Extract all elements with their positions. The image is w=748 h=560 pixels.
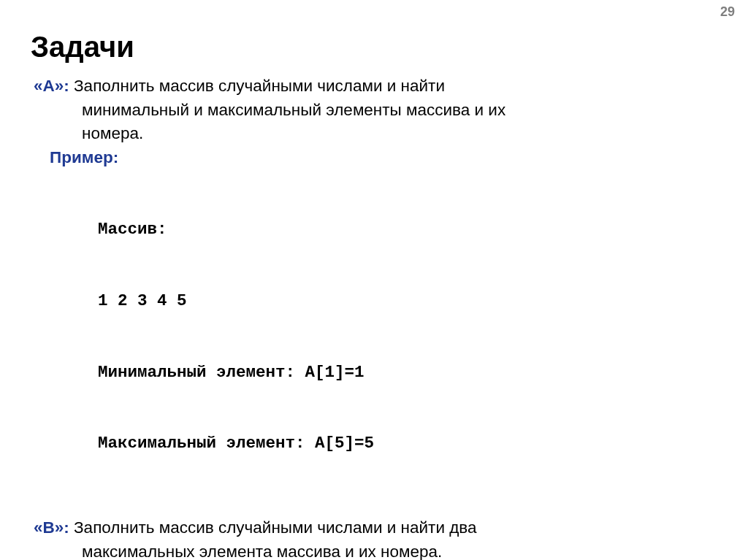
task-a-desc-line1: Заполнить массив случайными числами и на… [69,77,445,95]
task-a-label: «A»: [34,77,69,95]
page-number: 29 [720,4,735,20]
content-area: «A»: Заполнить массив случайными числами… [34,74,714,560]
task-b-description: «B»: Заполнить массив случайными числами… [34,516,714,560]
task-a: «A»: Заполнить массив случайными числами… [34,74,714,503]
task-a-description: «A»: Заполнить массив случайными числами… [34,74,714,146]
task-a-code-line-4: Максимальный элемент: A[5]=5 [98,431,714,456]
task-a-code-line-3: Минимальный элемент: A[1]=1 [98,361,714,385]
task-a-desc-line3: номера. [34,122,714,146]
task-b-desc-line2: максимальных элемента массива и их номер… [34,540,714,560]
slide: 29 Задачи «A»: Заполнить массив случайны… [0,0,748,560]
task-a-code: Массив: 1 2 3 4 5 Минимальный элемент: A… [34,170,714,504]
task-a-code-line-1: Массив: [98,218,714,242]
page-title: Задачи [31,31,134,64]
task-a-code-line-2: 1 2 3 4 5 [98,289,714,313]
task-a-example-label: Пример: [34,146,118,170]
task-b-label: «B»: [34,518,69,537]
task-b: «B»: Заполнить массив случайными числами… [34,516,714,560]
task-b-desc-line1: Заполнить массив случайными числами и на… [69,518,477,537]
task-a-desc-line2: минимальный и максимальный элементы масс… [34,99,714,123]
